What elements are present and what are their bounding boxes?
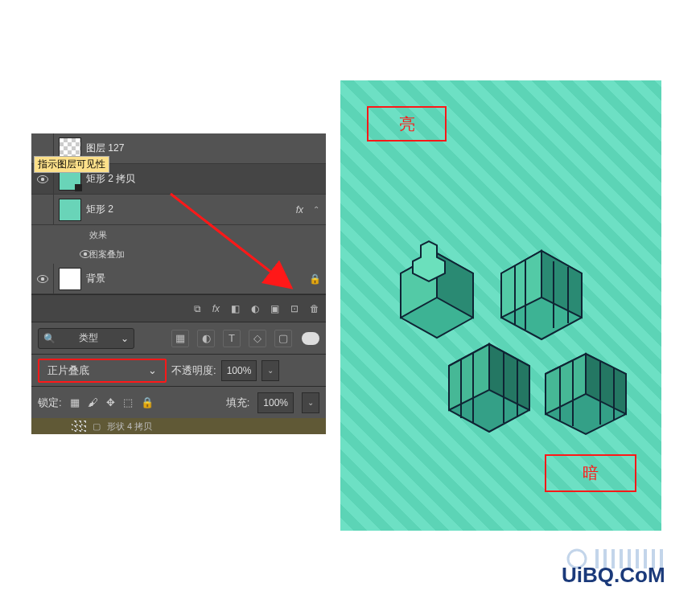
mask-icon[interactable]: ◧ <box>231 303 240 314</box>
next-layer-peek[interactable]: ▢ 形状 4 拷贝 <box>31 418 326 434</box>
layer-name: 形状 4 拷贝 <box>107 421 152 433</box>
fill-value[interactable]: 100% <box>257 392 294 413</box>
search-icon: 🔍 <box>43 333 56 344</box>
layer-name[interactable]: 图层 127 <box>86 142 326 155</box>
watermark-text: UiBQ.CoM <box>562 563 665 588</box>
lock-icon[interactable]: 🔒 <box>303 273 326 285</box>
adjustment-icon[interactable]: ◐ <box>251 303 259 314</box>
lock-transparent-icon[interactable]: ▦ <box>70 396 80 408</box>
link-icon[interactable]: ⧉ <box>194 303 201 314</box>
opacity-value[interactable]: 100% <box>221 360 257 381</box>
lock-label: 锁定: <box>38 396 62 410</box>
layers-toolbar: ⧉ fx ◧ ◐ ▣ ⊡ 🗑 <box>31 294 326 322</box>
chevron-down-icon[interactable]: ⌃ <box>313 205 319 214</box>
fill-dropdown[interactable]: ⌄ <box>302 392 319 413</box>
lock-row: 锁定: ▦ 🖌 ✥ ⬚ 🔒 填充: 100% ⌄ <box>31 386 326 418</box>
folder-icon[interactable]: ▣ <box>270 303 279 314</box>
opacity-label: 不透明度: <box>171 363 216 378</box>
layer-visibility[interactable] <box>31 195 54 224</box>
layer-name[interactable]: 矩形 2 拷贝 <box>86 172 326 186</box>
trash-icon[interactable]: 🗑 <box>310 303 319 314</box>
smart-object-icon: ▢ <box>93 421 101 432</box>
eye-icon <box>37 275 48 283</box>
filter-adjust-icon[interactable]: ◐ <box>197 330 215 347</box>
filter-pixel-icon[interactable]: ▦ <box>171 330 189 347</box>
svg-point-5 <box>40 277 43 280</box>
effects-label[interactable]: 效果 <box>31 225 326 244</box>
filter-type-icon[interactable]: T <box>223 330 241 347</box>
eye-icon <box>37 175 48 183</box>
fx-icon[interactable]: fx <box>212 303 220 314</box>
effect-name: 图案叠加 <box>89 248 125 261</box>
blend-mode-value: 正片叠底 <box>47 363 89 378</box>
filter-shape-icon[interactable]: ◇ <box>249 330 266 347</box>
filter-type-select[interactable]: 🔍 类型 ⌄ <box>38 328 134 349</box>
new-layer-icon[interactable]: ⊡ <box>290 303 299 314</box>
filter-toggle[interactable] <box>302 332 319 345</box>
svg-point-1 <box>40 177 43 180</box>
effect-pattern-overlay[interactable]: 图案叠加 <box>31 244 326 264</box>
layer-row[interactable]: 背景 🔒 <box>31 264 326 294</box>
fx-indicator[interactable]: fx <box>296 204 303 215</box>
opacity-dropdown[interactable]: ⌄ <box>261 360 279 381</box>
layer-thumbnail <box>72 421 86 432</box>
lock-position-icon[interactable]: ✥ <box>106 396 115 408</box>
visibility-tooltip: 指示图层可见性 <box>34 156 109 173</box>
eye-icon <box>80 250 91 258</box>
fill-label: 填充: <box>226 396 250 410</box>
layer-row[interactable]: 矩形 2 fx ⌃ <box>31 195 326 225</box>
annotation-bright: 亮 <box>367 106 447 142</box>
lock-image-icon[interactable]: 🖌 <box>88 396 98 408</box>
filter-smart-icon[interactable]: ▢ <box>274 330 292 347</box>
layer-name[interactable]: 背景 <box>86 272 303 285</box>
lock-all-icon[interactable]: 🔒 <box>141 396 154 408</box>
layer-name[interactable]: 矩形 2 <box>86 203 296 216</box>
layer-thumbnail[interactable] <box>59 268 81 290</box>
annotation-dark: 暗 <box>545 454 636 492</box>
canvas-preview: 亮 暗 <box>340 80 661 531</box>
blend-row: 正片叠底 ⌄ 不透明度: 100% ⌄ <box>31 354 326 386</box>
chevron-down-icon: ⌄ <box>148 364 157 376</box>
chevron-down-icon: ⌄ <box>121 333 129 344</box>
layers-panel: 图层 127 指示图层可见性 矩形 2 拷贝 矩形 2 fx ⌃ 效果 图案叠加… <box>31 133 326 425</box>
lock-artboard-icon[interactable]: ⬚ <box>123 396 133 408</box>
layer-thumbnail[interactable] <box>59 199 81 221</box>
blend-mode-select[interactable]: 正片叠底 ⌄ <box>38 359 167 383</box>
layer-filter-bar: 🔍 类型 ⌄ ▦ ◐ T ◇ ▢ <box>31 322 326 354</box>
layer-visibility[interactable] <box>31 264 54 293</box>
filter-label: 类型 <box>79 331 98 345</box>
isometric-artwork <box>360 185 642 450</box>
svg-point-3 <box>84 252 87 256</box>
